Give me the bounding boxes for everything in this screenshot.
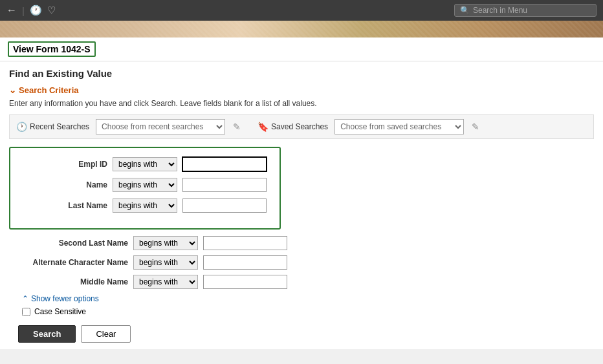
history-icon[interactable]: 🕐: [30, 5, 42, 16]
form-row-empl-id: Empl ID begins with contains = not = end…: [23, 157, 267, 171]
saved-searches-icon: 🔖: [258, 122, 269, 132]
case-sensitive-checkbox[interactable]: [22, 308, 30, 316]
page-title-bar: View Form 1042-S: [0, 37, 603, 61]
searches-row: 🕐 Recent Searches Choose from recent sea…: [9, 114, 594, 139]
middle-name-input[interactable]: [203, 275, 287, 289]
last-name-input[interactable]: [182, 198, 267, 213]
empl-id-operator[interactable]: begins with contains = not = ends with: [113, 157, 177, 171]
nav-icons: ← | 🕐 ♡: [6, 5, 56, 16]
recent-searches-icon: 🕐: [16, 122, 27, 132]
form-row-name: Name begins with contains = not = ends w…: [23, 178, 267, 192]
menu-search-input[interactable]: [473, 6, 591, 15]
recent-searches-label: Recent Searches: [30, 122, 89, 131]
name-input[interactable]: [182, 178, 267, 192]
search-icon: 🔍: [460, 6, 470, 15]
main-content: View Form 1042-S Find an Existing Value …: [0, 37, 603, 349]
extended-fields: Second Last Name begins with contains = …: [9, 236, 594, 289]
saved-searches-label: Saved Searches: [271, 122, 328, 131]
collapse-icon[interactable]: ⌄: [9, 85, 16, 95]
alt-char-name-label: Alternate Character Name: [18, 258, 128, 267]
middle-name-label: Middle Name: [18, 277, 128, 286]
empl-id-input[interactable]: [182, 157, 267, 171]
find-existing-title: Find an Existing Value: [9, 68, 594, 79]
recent-searches-select[interactable]: Choose from recent searches: [96, 119, 225, 134]
banner-image: [0, 21, 603, 37]
buttons-row: Search Clear: [9, 325, 594, 343]
saved-searches-label-group: 🔖 Saved Searches: [258, 122, 328, 132]
hint-text: Enter any information you have and click…: [9, 99, 594, 108]
content-area: Find an Existing Value ⌄ Search Criteria…: [0, 61, 603, 349]
back-icon[interactable]: ←: [6, 5, 17, 16]
second-last-name-input[interactable]: [203, 236, 287, 250]
show-fewer-options-link[interactable]: ⌃ Show fewer options: [9, 294, 594, 303]
page-title: View Form 1042-S: [8, 41, 96, 57]
form-row-second-last-name: Second Last Name begins with contains =: [9, 236, 594, 250]
second-last-name-label: Second Last Name: [18, 239, 128, 248]
recent-searches-label-group: 🕐 Recent Searches: [16, 122, 89, 132]
divider: |: [22, 5, 25, 16]
case-sensitive-row: Case Sensitive: [9, 307, 594, 316]
alt-char-name-input[interactable]: [203, 255, 287, 270]
saved-searches-edit-icon[interactable]: ✎: [472, 122, 479, 132]
form-row-alt-char-name: Alternate Character Name begins with con…: [9, 255, 594, 270]
search-button[interactable]: Search: [18, 325, 76, 343]
alt-char-name-operator[interactable]: begins with contains =: [133, 255, 198, 270]
form-row-middle-name: Middle Name begins with contains =: [9, 275, 594, 289]
nav-bar: ← | 🕐 ♡ 🔍: [0, 0, 603, 21]
menu-search-box[interactable]: 🔍: [454, 4, 597, 17]
favorites-icon[interactable]: ♡: [47, 5, 56, 16]
empl-id-label: Empl ID: [23, 160, 107, 169]
case-sensitive-label: Case Sensitive: [34, 307, 86, 316]
last-name-operator[interactable]: begins with contains = not = ends with: [113, 198, 177, 213]
last-name-label: Last Name: [23, 201, 107, 210]
search-form-container: Empl ID begins with contains = not = end…: [9, 147, 281, 230]
show-fewer-label: Show fewer options: [31, 294, 99, 303]
form-row-last-name: Last Name begins with contains = not = e…: [23, 198, 267, 213]
clear-button[interactable]: Clear: [81, 325, 131, 343]
second-last-name-operator[interactable]: begins with contains =: [133, 236, 198, 250]
name-label: Name: [23, 180, 107, 189]
search-criteria-header: ⌄ Search Criteria: [9, 85, 594, 95]
name-operator[interactable]: begins with contains = not = ends with: [113, 178, 177, 192]
search-criteria-label: Search Criteria: [19, 85, 79, 95]
middle-name-operator[interactable]: begins with contains =: [133, 275, 198, 289]
saved-searches-select[interactable]: Choose from saved searches: [334, 119, 464, 134]
show-fewer-icon: ⌃: [22, 294, 28, 303]
recent-searches-edit-icon[interactable]: ✎: [233, 122, 241, 132]
